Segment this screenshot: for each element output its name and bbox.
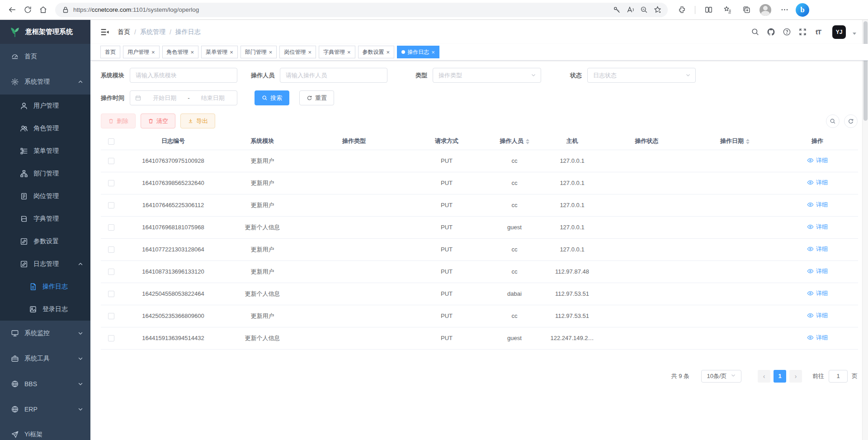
password-key-icon[interactable]	[610, 3, 623, 17]
favorite-star-icon[interactable]	[651, 3, 664, 17]
detail-link[interactable]: 详细	[807, 179, 828, 187]
tab-param-settings[interactable]: 参数设置×	[358, 46, 395, 58]
row-checkbox[interactable]	[108, 246, 114, 253]
tab-close-icon[interactable]: ×	[151, 49, 155, 55]
detail-link[interactable]: 详细	[807, 223, 828, 231]
sidebar-item-log-mgmt[interactable]: 日志管理	[0, 253, 90, 275]
col-operator[interactable]: 操作人员	[485, 133, 544, 150]
favorites-bar-icon[interactable]	[720, 2, 735, 18]
sidebar-item-param-settings[interactable]: 参数设置	[0, 230, 90, 253]
sidebar-item-yi-framework[interactable]: Yi框架	[0, 422, 90, 440]
sidebar-item-system-tools[interactable]: 系统工具	[0, 346, 90, 371]
search-button[interactable]: 搜索	[255, 90, 289, 105]
detail-link[interactable]: 详细	[807, 245, 828, 253]
refresh-table-icon[interactable]	[844, 114, 858, 128]
sidebar-item-role-mgmt[interactable]: 角色管理	[0, 117, 90, 140]
more-menu-icon[interactable]	[777, 2, 792, 18]
page-size-select[interactable]: 10条/页	[701, 370, 741, 383]
row-checkbox[interactable]	[108, 313, 114, 319]
address-bar[interactable]: https://ccnetcore.com:1101/system/log/op…	[55, 3, 668, 17]
tab-close-icon[interactable]: ×	[230, 49, 233, 55]
module-input[interactable]	[130, 68, 237, 83]
profile-avatar[interactable]	[758, 2, 773, 18]
tab-dept-mgmt[interactable]: 部门管理×	[241, 46, 277, 58]
tab-close-icon[interactable]: ×	[387, 49, 390, 55]
show-search-icon[interactable]	[826, 114, 840, 128]
sidebar-item-bbs[interactable]: BBS	[0, 371, 90, 397]
row-checkbox[interactable]	[108, 158, 114, 164]
sidebar-item-user-mgmt[interactable]: 用户管理	[0, 95, 90, 117]
sort-icons[interactable]	[746, 139, 750, 144]
operator-input[interactable]	[280, 68, 387, 83]
col-date[interactable]: 操作日期	[693, 133, 777, 150]
tab-home[interactable]: 首页	[100, 46, 120, 58]
collections-icon[interactable]	[739, 2, 754, 18]
url-text[interactable]: https://ccnetcore.com:1101/system/log/op…	[73, 6, 610, 13]
status-select[interactable]: 日志状态	[587, 68, 696, 83]
user-avatar[interactable]: YJ	[832, 25, 846, 39]
github-icon[interactable]	[766, 28, 775, 37]
detail-link[interactable]: 详细	[807, 201, 828, 209]
tab-close-icon[interactable]: ×	[347, 49, 351, 55]
back-icon[interactable]	[5, 2, 20, 18]
tab-close-icon[interactable]: ×	[191, 49, 194, 55]
avatar-caret-icon[interactable]	[853, 33, 856, 35]
browser-scrollbar[interactable]	[862, 20, 868, 440]
export-button[interactable]: 导出	[180, 114, 215, 128]
scrollbar-thumb[interactable]	[863, 21, 868, 121]
date-range-picker[interactable]: 开始日期 - 结束日期	[130, 90, 237, 105]
sidebar-item-system-monitor[interactable]: 系统监控	[0, 321, 90, 346]
detail-link[interactable]: 详细	[807, 156, 828, 165]
tab-role-mgmt[interactable]: 角色管理×	[162, 46, 199, 58]
sidebar-item-dept-mgmt[interactable]: 部门管理	[0, 162, 90, 185]
header-search-icon[interactable]	[750, 28, 760, 37]
row-checkbox[interactable]	[108, 269, 114, 275]
row-checkbox[interactable]	[108, 224, 114, 231]
sidebar-item-post-mgmt[interactable]: 岗位管理	[0, 185, 90, 208]
sidebar-item-login-log[interactable]: 登录日志	[0, 298, 90, 321]
detail-link[interactable]: 详细	[807, 267, 828, 275]
sidebar-item-oper-log[interactable]: 操作日志	[0, 275, 90, 298]
sort-icons[interactable]	[526, 139, 529, 144]
sidebar-item-menu-mgmt[interactable]: 菜单管理	[0, 140, 90, 162]
split-screen-icon[interactable]	[701, 2, 716, 18]
select-all-checkbox[interactable]	[108, 138, 114, 145]
sidebar-item-system-mgmt[interactable]: 系统管理	[0, 69, 90, 95]
tab-post-mgmt[interactable]: 岗位管理×	[279, 46, 316, 58]
prev-page-button[interactable]: ‹	[758, 370, 770, 383]
next-page-button[interactable]: ›	[789, 370, 802, 383]
breadcrumb-item[interactable]: 系统管理	[140, 28, 165, 36]
type-select[interactable]: 操作类型	[433, 68, 541, 83]
row-checkbox[interactable]	[108, 180, 114, 186]
zoom-out-icon[interactable]	[637, 3, 651, 17]
goto-page-input[interactable]	[829, 370, 848, 383]
tab-menu-mgmt[interactable]: 菜单管理×	[201, 46, 238, 58]
fullscreen-icon[interactable]	[798, 28, 807, 37]
tab-close-icon[interactable]: ×	[431, 49, 435, 55]
detail-link[interactable]: 详细	[807, 289, 828, 298]
extensions-icon[interactable]	[674, 2, 689, 18]
tab-user-mgmt[interactable]: 用户管理×	[123, 46, 160, 58]
bing-chat-icon[interactable]: b	[796, 3, 809, 17]
delete-button[interactable]: 删除	[101, 114, 136, 128]
home-icon[interactable]	[35, 2, 51, 18]
tab-close-icon[interactable]: ×	[308, 49, 311, 55]
clear-button[interactable]: 清空	[141, 114, 175, 128]
breadcrumb-item[interactable]: 首页	[118, 28, 130, 36]
row-checkbox[interactable]	[108, 335, 114, 341]
reset-button[interactable]: 重置	[299, 90, 334, 105]
detail-link[interactable]: 详细	[807, 334, 828, 342]
row-checkbox[interactable]	[108, 291, 114, 297]
sidebar-item-erp[interactable]: ERP	[0, 397, 90, 422]
tab-oper-log[interactable]: 操作日志×	[397, 46, 439, 58]
help-icon[interactable]	[782, 28, 791, 37]
read-aloud-icon[interactable]	[623, 3, 637, 17]
tab-dict-mgmt[interactable]: 字典管理×	[319, 46, 355, 58]
tab-close-icon[interactable]: ×	[269, 49, 273, 55]
detail-link[interactable]: 详细	[807, 312, 828, 320]
font-size-icon[interactable]: tT	[814, 28, 823, 37]
page-1-button[interactable]: 1	[774, 370, 786, 383]
sidebar-fold-icon[interactable]	[100, 28, 109, 37]
refresh-icon[interactable]	[20, 2, 35, 18]
sidebar-item-home[interactable]: 首页	[0, 44, 90, 69]
